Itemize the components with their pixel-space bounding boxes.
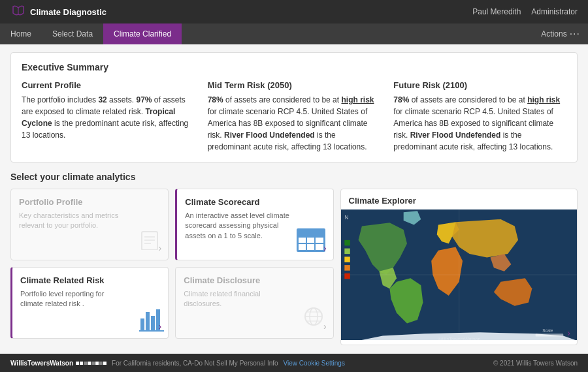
current-profile-text: The portfolio includes 32 assets. 97% of… xyxy=(22,94,195,141)
cp-bold1: 32 xyxy=(98,95,106,104)
table-cell-h3 xyxy=(315,230,323,237)
climate-explorer-card[interactable]: Climate Explorer xyxy=(340,189,578,345)
mid-term-text: 78% of assets are considered to be at hi… xyxy=(208,94,381,153)
exec-summary-title: Executive Summary xyxy=(22,62,566,72)
fr-bold1: 78% xyxy=(393,95,409,104)
portfolio-profile-arrow: › xyxy=(159,243,162,253)
mt-bold3: River Flood Undefended xyxy=(224,131,315,140)
logo: Climate Diagnostic xyxy=(10,4,106,20)
header-role: Administrator xyxy=(531,7,578,16)
future-risk-text: 78% of assets are considered to be at hi… xyxy=(393,94,566,153)
nav-actions-button[interactable]: Actions ··· xyxy=(541,28,580,40)
sq4 xyxy=(88,362,91,365)
main-content: Executive Summary Current Profile The po… xyxy=(0,44,588,353)
sq3 xyxy=(84,362,87,365)
fr-bold2: high risk xyxy=(527,95,560,104)
climate-disclosure-globe-icon xyxy=(302,305,325,330)
table-cell-r1c3 xyxy=(315,237,323,244)
svg-rect-16 xyxy=(344,249,350,255)
header-left: Climate Diagnostic xyxy=(10,4,106,20)
footer-logo-text: WillisTowersWatson xyxy=(10,360,73,367)
world-map-svg: Scale WillisTowersWatson N xyxy=(341,209,577,340)
footer-notice: For California residents, CA-Do Not Sell… xyxy=(112,360,278,367)
footer-logo-squares xyxy=(76,362,106,365)
mt-bold1: 78% xyxy=(208,95,223,104)
sq8 xyxy=(103,362,106,365)
sq2 xyxy=(80,362,83,365)
svg-rect-18 xyxy=(344,265,350,271)
table-cell-r1c1 xyxy=(298,237,306,244)
analytics-grid: Portfolio Profile Key characteristics an… xyxy=(10,189,578,345)
nav-item-climate-clarified[interactable]: Climate Clarified xyxy=(103,23,182,44)
svg-rect-19 xyxy=(344,273,350,279)
analytics-section: Select your climate analytics Portfolio … xyxy=(10,172,578,345)
climate-disclosure-card[interactable]: Climate Disclosure Climate related finan… xyxy=(175,267,333,339)
portfolio-profile-desc: Key characteristics and metrics relevant… xyxy=(19,211,123,231)
nav-item-select-data[interactable]: Select Data xyxy=(42,23,103,44)
analytics-middle-col: Climate Scorecard An interactive asset l… xyxy=(175,189,333,339)
fr-bold3: River Flood Undefended xyxy=(410,131,501,140)
svg-rect-15 xyxy=(344,240,350,246)
climate-scorecard-title: Climate Scorecard xyxy=(185,197,325,207)
future-risk-heading: Future Risk (2100) xyxy=(393,80,566,90)
cp-bold3: Tropical Cyclone xyxy=(22,107,175,128)
explorer-arrow: › xyxy=(567,328,570,338)
analytics-left-col: Portfolio Profile Key characteristics an… xyxy=(10,189,169,339)
table-cell-r2c3 xyxy=(315,243,323,251)
cp-bold2: 97% xyxy=(136,95,152,104)
climate-explorer-title: Climate Explorer xyxy=(341,189,577,209)
portfolio-profile-icon xyxy=(139,229,160,252)
sq5 xyxy=(91,362,95,365)
nav-left: Home Select Data Climate Clarified xyxy=(0,23,182,44)
svg-text:Scale: Scale xyxy=(542,328,553,333)
svg-rect-0 xyxy=(142,232,157,250)
executive-summary-panel: Executive Summary Current Profile The po… xyxy=(10,52,578,163)
sq7 xyxy=(99,362,103,365)
nav-right: Actions ··· xyxy=(541,28,588,40)
portfolio-profile-card[interactable]: Portfolio Profile Key characteristics an… xyxy=(10,189,169,260)
future-risk-col: Future Risk (2100) 78% of assets are con… xyxy=(393,80,566,153)
footer-left: WillisTowersWatson For California reside… xyxy=(10,360,345,367)
climate-scorecard-card[interactable]: Climate Scorecard An interactive asset l… xyxy=(175,189,333,260)
current-profile-col: Current Profile The portfolio includes 3… xyxy=(22,80,195,153)
sq1 xyxy=(76,362,79,365)
table-cell-h2 xyxy=(306,230,315,237)
scorecard-arrow: › xyxy=(323,243,327,253)
nav-item-home[interactable]: Home xyxy=(0,23,42,44)
header-right: Paul Meredith Administrator xyxy=(472,7,578,16)
climate-related-risk-card[interactable]: Climate Related Risk Portfolio level rep… xyxy=(10,267,169,339)
footer-cookie-link[interactable]: View Cookie Settings xyxy=(284,360,345,367)
climate-explorer-map: Scale WillisTowersWatson N xyxy=(341,209,577,340)
climate-scorecard-table-icon xyxy=(297,228,325,252)
sq6 xyxy=(95,362,99,365)
header-username: Paul Meredith xyxy=(472,7,521,16)
mid-term-heading: Mid Term Risk (2050) xyxy=(208,80,381,90)
table-cell-r2c1 xyxy=(298,243,306,251)
table-cell-r2c2 xyxy=(306,243,315,251)
footer-right: © 2021 Willis Towers Watson xyxy=(493,360,578,367)
table-cell-r1c2 xyxy=(306,237,315,244)
svg-text:WillisTowersWatson: WillisTowersWatson xyxy=(437,336,480,340)
disclosure-arrow: › xyxy=(323,321,327,332)
logo-text: Climate Diagnostic xyxy=(30,7,106,17)
current-profile-heading: Current Profile xyxy=(22,80,195,90)
climate-risk-bar-icon xyxy=(140,307,160,330)
footer-copyright: © 2021 Willis Towers Watson xyxy=(493,360,578,367)
logo-icon xyxy=(10,4,26,20)
nav-actions-label: Actions xyxy=(541,29,566,39)
svg-rect-17 xyxy=(344,256,350,262)
table-cell-h1 xyxy=(298,230,306,237)
nav-actions-dots: ··· xyxy=(570,28,580,40)
climate-related-risk-desc: Portfolio level reporting for climate re… xyxy=(20,289,125,309)
climate-disclosure-title: Climate Disclosure xyxy=(184,275,325,285)
climate-scorecard-desc: An interactive asset level climate score… xyxy=(185,211,289,241)
climate-related-risk-title: Climate Related Risk xyxy=(20,275,160,285)
nav-bar: Home Select Data Climate Clarified Actio… xyxy=(0,23,588,44)
climate-risk-arrow: › xyxy=(159,321,162,332)
svg-rect-12 xyxy=(535,333,563,336)
svg-text:N: N xyxy=(344,214,348,221)
table-grid-icon xyxy=(297,228,325,252)
footer-brand: WillisTowersWatson xyxy=(10,360,106,367)
mt-bold2: high risk xyxy=(341,95,374,104)
climate-disclosure-desc: Climate related financial disclosures. xyxy=(184,289,288,309)
